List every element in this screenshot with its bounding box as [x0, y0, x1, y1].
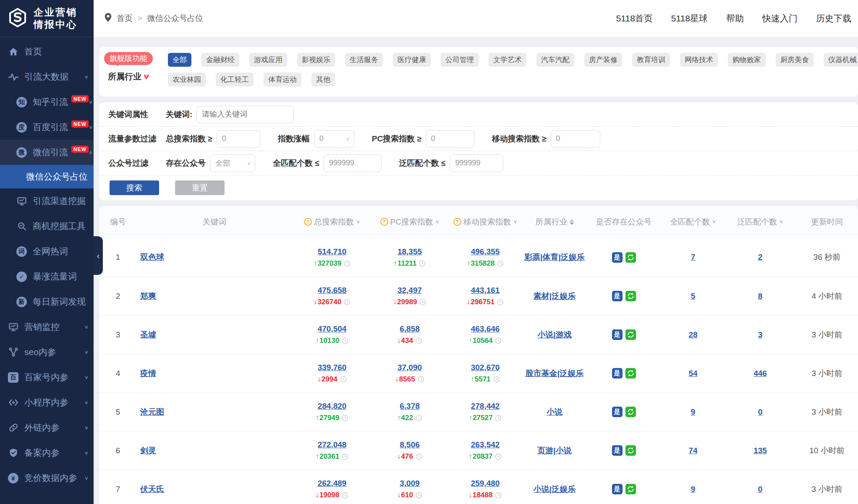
total-index-value-link[interactable]: 514,710	[318, 247, 347, 256]
sort-down-icon[interactable]: ∨	[779, 219, 783, 225]
total-index-value-link[interactable]: 272,048	[318, 440, 347, 449]
keyword-input[interactable]	[196, 106, 294, 123]
col-header-full-match[interactable]: 全匹配个数∨	[662, 217, 725, 227]
col-header-pc-index[interactable]: ?PC搜索指数∨	[372, 217, 447, 227]
industry-tag[interactable]: 教育培训	[632, 53, 670, 67]
fuzzy-match-link[interactable]: 3	[758, 330, 763, 339]
total-index-value-link[interactable]: 262,489	[318, 479, 347, 488]
brand[interactable]: 企业营销 情报中心	[0, 0, 94, 37]
full-match-link[interactable]: 28	[688, 330, 697, 339]
industry-tag[interactable]: 汽车汽配	[536, 53, 574, 67]
fuzzy-match-link[interactable]: 8	[758, 292, 763, 301]
pc-index-value-link[interactable]: 6,858	[400, 324, 420, 334]
sidebar-item-surge-words[interactable]: ✓暴涨流量词	[0, 264, 94, 289]
mobile-index-input[interactable]	[551, 130, 600, 148]
pc-index-value-link[interactable]: 3,009	[400, 479, 420, 488]
mobile-index-value-link[interactable]: 302,670	[471, 363, 500, 372]
topnav-link-help[interactable]: 帮助	[726, 13, 744, 24]
industry-tag[interactable]: 医疗健康	[393, 53, 431, 67]
pc-index-value-link[interactable]: 37,090	[398, 363, 422, 372]
keyword-link[interactable]: 疫情	[140, 368, 156, 379]
sort-down-icon[interactable]: ∨	[712, 219, 716, 225]
mobile-index-value-link[interactable]: 496,355	[471, 247, 500, 256]
fuzzy-match-link[interactable]: 2	[758, 253, 763, 262]
col-header-industry[interactable]: 所属行业	[523, 217, 586, 227]
industry-link[interactable]: 页游|小说	[537, 445, 571, 456]
fuzzy-match-link[interactable]: 446	[753, 369, 767, 378]
industry-tag[interactable]: 游戏应用	[249, 53, 287, 67]
mobile-index-value-link[interactable]: 259,480	[471, 479, 500, 488]
industry-tag[interactable]: 体育运动	[264, 73, 301, 86]
sidebar-item-marketing-monitor[interactable]: 营销监控∨	[0, 314, 94, 339]
sidebar-item-daily-new-words[interactable]: 新每日新词发现	[0, 289, 94, 314]
full-match-link[interactable]: 7	[691, 253, 696, 262]
pc-index-value-link[interactable]: 6,378	[400, 402, 420, 411]
sidebar-item-seo-insider[interactable]: seo内参∨	[0, 339, 94, 365]
sort-down-icon[interactable]: ∨	[356, 219, 360, 225]
sidebar-item-backlink-insider[interactable]: 外链内参∨	[0, 415, 94, 440]
industry-link[interactable]: 素材|泛娱乐	[534, 291, 575, 302]
total-index-value-link[interactable]: 339,760	[318, 363, 347, 372]
industry-tag[interactable]: 文学艺术	[489, 53, 526, 67]
sidebar-item-wechat-traffic[interactable]: 微微信引流NEW∧	[0, 140, 94, 165]
industry-link[interactable]: 小说|游戏	[537, 329, 571, 340]
refresh-icon[interactable]	[625, 484, 636, 494]
refresh-icon[interactable]	[625, 252, 636, 263]
fuzzy-match-link[interactable]: 135	[753, 446, 767, 455]
sidebar-item-traffic-bigdata[interactable]: 引流大数据∨	[0, 64, 94, 89]
topnav-link-5118-planet[interactable]: 5118星球	[671, 13, 708, 24]
sidebar-item-baidu-traffic[interactable]: 度百度引流NEW∨	[0, 115, 94, 140]
sort-updown-icon[interactable]	[570, 219, 574, 225]
full-match-link[interactable]: 9	[691, 407, 696, 417]
topnav-link-5118-home[interactable]: 5118首页	[616, 13, 653, 24]
full-match-link[interactable]: 5	[691, 292, 696, 301]
fuzzy-match-input[interactable]	[450, 154, 503, 172]
sidebar-item-home[interactable]: 首页	[0, 39, 94, 64]
industry-tag[interactable]: 仪器机械	[824, 53, 858, 67]
mobile-index-value-link[interactable]: 443,161	[471, 286, 500, 295]
industry-tag[interactable]: 其他	[311, 73, 335, 86]
sidebar-item-wechat-mp-seat[interactable]: 微信公众号占位	[0, 165, 94, 188]
total-index-value-link[interactable]: 475,658	[318, 286, 347, 295]
industry-tag[interactable]: 公司管理	[441, 53, 479, 67]
industry-link[interactable]: 股市基金|泛娱乐	[526, 368, 583, 379]
reset-button[interactable]: 重置	[175, 180, 225, 195]
mobile-index-value-link[interactable]: 278,442	[471, 402, 500, 411]
help-icon[interactable]: ?	[380, 218, 388, 226]
col-header-mobile-index[interactable]: ?移动搜索指数∨	[447, 217, 523, 227]
sidebar-item-channel-mining[interactable]: 引流渠道挖掘	[0, 188, 94, 214]
refresh-icon[interactable]	[625, 291, 636, 301]
mobile-index-value-link[interactable]: 463,646	[471, 324, 500, 334]
index-trend-select[interactable]: 0 ∨	[314, 130, 354, 148]
topnav-link-history-download[interactable]: 历史下载	[816, 13, 851, 24]
industry-tag-selected[interactable]: 全部	[168, 53, 191, 67]
industry-tag[interactable]: 生活服务	[345, 53, 383, 67]
keyword-link[interactable]: 剑灵	[140, 445, 156, 456]
sort-down-icon[interactable]: ∨	[513, 219, 518, 225]
sidebar-item-hot-words[interactable]: 词全网热词	[0, 239, 94, 264]
refresh-icon[interactable]	[625, 368, 636, 379]
keyword-link[interactable]: 双色球	[140, 252, 164, 263]
industry-tag[interactable]: 农业林园	[168, 73, 206, 86]
full-match-link[interactable]: 9	[691, 485, 696, 494]
sidebar-item-baijiahao-insider[interactable]: 百百家号内参∨	[0, 365, 94, 390]
total-index-value-link[interactable]: 284,820	[318, 402, 347, 411]
refresh-icon[interactable]	[625, 407, 636, 417]
industry-link[interactable]: 小说	[547, 407, 562, 418]
sidebar-collapse-handle[interactable]: ‹	[94, 236, 103, 275]
fuzzy-match-link[interactable]: 0	[758, 407, 763, 417]
pc-index-value-link[interactable]: 32,497	[398, 286, 422, 295]
mobile-index-value-link[interactable]: 263,542	[471, 440, 500, 449]
industry-link[interactable]: 小说|泛娱乐	[534, 484, 575, 495]
fuzzy-match-link[interactable]: 0	[758, 485, 763, 494]
industry-tag[interactable]: 房产装修	[584, 53, 622, 67]
total-index-value-link[interactable]: 470,504	[318, 324, 347, 334]
help-icon[interactable]: ?	[453, 218, 461, 226]
refresh-icon[interactable]	[625, 329, 636, 340]
keyword-link[interactable]: 郑爽	[140, 291, 156, 302]
keyword-link[interactable]: 圣墟	[140, 329, 156, 340]
col-header-total-index[interactable]: ?总搜索指数∨	[292, 217, 372, 227]
full-match-link[interactable]: 54	[688, 369, 697, 378]
industry-link[interactable]: 彩票|体育|泛娱乐	[524, 252, 585, 263]
breadcrumb-home[interactable]: 首页	[117, 13, 133, 24]
